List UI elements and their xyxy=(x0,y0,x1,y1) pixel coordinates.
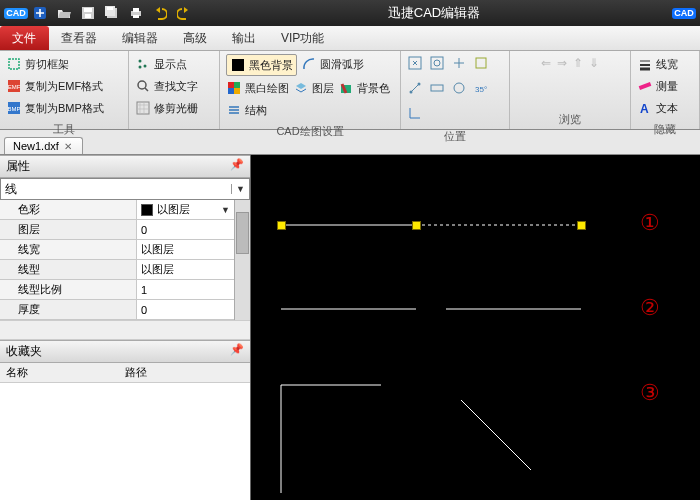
svg-point-28 xyxy=(434,60,440,66)
tab-editor[interactable]: 编辑器 xyxy=(110,26,171,50)
left-panel: 属性 📌 线 ▼ 色彩以图层▼ 图层0 线宽以图层 线型以图层 线型比例1 厚度… xyxy=(0,155,251,500)
object-type-combo[interactable]: 线 ▼ xyxy=(0,178,250,200)
copy-emf-button[interactable]: EMF复制为EMF格式 xyxy=(6,76,103,96)
trim-raster-button[interactable]: 修剪光栅 xyxy=(135,98,198,118)
linewidth-button[interactable]: 线宽 xyxy=(637,54,678,74)
redo-icon[interactable] xyxy=(175,4,193,22)
polyline-3a[interactable] xyxy=(281,385,401,495)
svg-rect-3 xyxy=(85,14,91,18)
open-icon[interactable] xyxy=(55,4,73,22)
arc-smooth-button[interactable]: 圆滑弧形 xyxy=(301,54,364,74)
midpoint-handle[interactable] xyxy=(412,221,421,230)
bw-draw-button[interactable]: 黑白绘图 xyxy=(226,78,289,98)
pos-icon-6[interactable] xyxy=(429,80,445,99)
pos-icon-9[interactable] xyxy=(407,105,423,124)
tab-output[interactable]: 输出 xyxy=(220,26,269,50)
points-icon xyxy=(135,56,151,72)
pin-icon[interactable]: 📌 xyxy=(230,158,244,175)
group-cad-label: CAD绘图设置 xyxy=(220,123,400,141)
new-icon[interactable] xyxy=(31,4,49,22)
pos-icon-8[interactable]: 35° xyxy=(473,80,489,99)
svg-point-31 xyxy=(418,83,421,86)
lt-cell[interactable]: 以图层 xyxy=(137,260,234,279)
doc-tab-active[interactable]: New1.dxf ✕ xyxy=(4,137,83,154)
svg-rect-6 xyxy=(107,7,113,10)
bw-icon xyxy=(226,80,242,96)
lts-cell[interactable]: 1 xyxy=(137,280,234,299)
favorites-columns: 名称 路径 xyxy=(0,363,250,383)
raster-icon xyxy=(135,100,151,116)
chevron-down-icon: ▼ xyxy=(231,184,245,194)
svg-point-16 xyxy=(144,65,147,68)
nav-down-icon[interactable]: ⇓ xyxy=(589,56,599,70)
titlebar: CAD 迅捷CAD编辑器 CAD xyxy=(0,0,700,26)
saveall-icon[interactable] xyxy=(103,4,121,22)
color-swatch xyxy=(141,204,153,216)
selected-line[interactable] xyxy=(281,223,581,227)
blackbg-icon xyxy=(230,57,246,73)
svg-rect-20 xyxy=(232,59,244,71)
line-3b[interactable] xyxy=(461,400,551,480)
table-row: 厚度0 xyxy=(0,300,234,320)
tab-viewer[interactable]: 查看器 xyxy=(49,26,110,50)
endpoint-handle[interactable] xyxy=(277,221,286,230)
save-icon[interactable] xyxy=(79,4,97,22)
pos-icon-2[interactable] xyxy=(429,55,445,74)
pos-icon-5[interactable] xyxy=(407,80,423,99)
struct-button[interactable]: 结构 xyxy=(226,100,267,120)
measure-button[interactable]: 测量 xyxy=(637,76,678,96)
bgcolor-button[interactable]: 背景色 xyxy=(338,78,390,98)
tab-file[interactable]: 文件 xyxy=(0,26,49,50)
drawing-canvas[interactable]: ① ② ③ xyxy=(251,155,700,500)
tab-vip[interactable]: VIP功能 xyxy=(269,26,337,50)
nav-right-icon[interactable]: ⇒ xyxy=(557,56,567,70)
table-row: 图层0 xyxy=(0,220,234,240)
pin-icon[interactable]: 📌 xyxy=(230,343,244,360)
property-grid: 色彩以图层▼ 图层0 线宽以图层 线型以图层 线型比例1 厚度0 xyxy=(0,200,234,320)
svg-rect-24 xyxy=(234,88,240,94)
nav-left-icon[interactable]: ⇐ xyxy=(541,56,551,70)
svg-rect-2 xyxy=(84,8,92,12)
pos-icon-7[interactable] xyxy=(451,80,467,99)
close-icon[interactable]: ✕ xyxy=(64,141,72,152)
endpoint-handle[interactable] xyxy=(577,221,586,230)
black-bg-button[interactable]: 黑色背景 xyxy=(226,54,297,76)
tab-advanced[interactable]: 高级 xyxy=(171,26,220,50)
layer-cell[interactable]: 0 xyxy=(137,220,234,239)
copy-bmp-button[interactable]: BMP复制为BMP格式 xyxy=(6,98,104,118)
nav-up-icon[interactable]: ⇑ xyxy=(573,56,583,70)
show-points-button[interactable]: 显示点 xyxy=(135,54,187,74)
svg-text:A: A xyxy=(640,102,649,115)
struct-icon xyxy=(226,102,242,118)
ribbon: 剪切框架 EMF复制为EMF格式 BMP复制为BMP格式 工具 显示点 查找文字… xyxy=(0,51,700,130)
color-cell[interactable]: 以图层▼ xyxy=(137,200,234,219)
text-button[interactable]: A文本 xyxy=(637,98,678,118)
pos-icon-1[interactable] xyxy=(407,55,423,74)
svg-rect-27 xyxy=(431,57,443,69)
annotation-1: ① xyxy=(640,210,660,236)
scroll-thumb[interactable] xyxy=(236,212,249,254)
lw-cell[interactable]: 以图层 xyxy=(137,240,234,259)
doc-tab-label: New1.dxf xyxy=(13,140,59,152)
table-row: 线型比例1 xyxy=(0,280,234,300)
pos-icon-3[interactable] xyxy=(451,55,467,74)
svg-point-15 xyxy=(139,60,142,63)
thk-cell[interactable]: 0 xyxy=(137,300,234,319)
layer-button[interactable]: 图层 xyxy=(293,78,334,98)
line-2[interactable] xyxy=(281,307,581,311)
print-icon[interactable] xyxy=(127,4,145,22)
svg-rect-22 xyxy=(234,82,240,88)
crop-frame-button[interactable]: 剪切框架 xyxy=(6,54,69,74)
find-text-button[interactable]: 查找文字 xyxy=(135,76,198,96)
pos-icon-4[interactable] xyxy=(473,55,489,74)
bgcolor-icon xyxy=(338,80,354,96)
svg-text:35°: 35° xyxy=(475,85,487,94)
svg-rect-23 xyxy=(228,88,234,94)
text-icon: A xyxy=(637,100,653,116)
linewidth-icon xyxy=(637,56,653,72)
app-title: 迅捷CAD编辑器 xyxy=(196,4,672,22)
group-pos-label: 位置 xyxy=(401,128,509,146)
undo-icon[interactable] xyxy=(151,4,169,22)
emf-icon: EMF xyxy=(6,78,22,94)
scrollbar[interactable] xyxy=(234,200,250,320)
